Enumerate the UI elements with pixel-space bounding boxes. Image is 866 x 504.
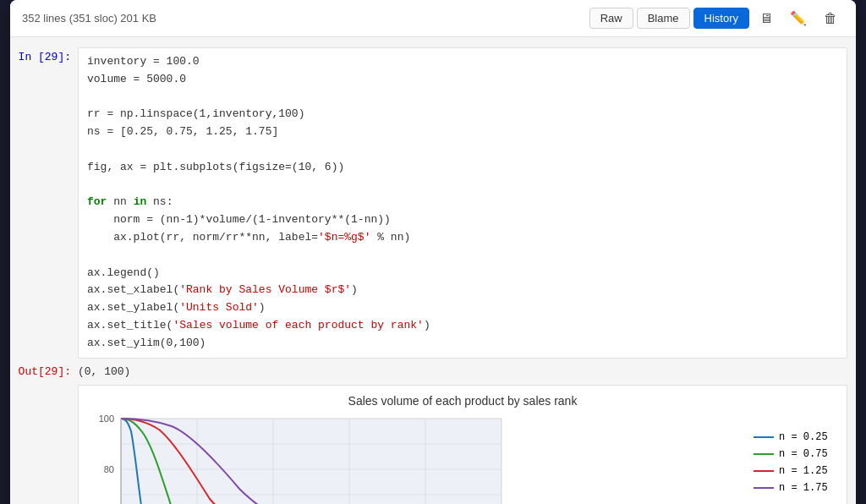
output-cell-29: Out[29]: (0, 100)	[10, 362, 856, 381]
svg-text:100: 100	[99, 414, 114, 424]
toolbar-buttons: Raw Blame History 🖥 ✏️ 🗑	[589, 7, 844, 30]
output-text: (0, 100)	[78, 362, 139, 381]
svg-text:80: 80	[104, 464, 114, 474]
legend-line-2	[754, 453, 774, 455]
legend-line-1	[754, 436, 774, 438]
blame-button[interactable]: Blame	[637, 8, 690, 29]
chart-legend: n = 0.25 n = 0.75 n = 1.25 n = 1.75	[754, 414, 838, 504]
chart-container: Sales volume of each product by sales ra…	[78, 385, 847, 504]
legend-label-4: n = 1.75	[779, 482, 828, 494]
legend-line-4	[754, 487, 774, 489]
chart-svg-area: 100 80	[87, 414, 745, 504]
legend-item-3: n = 1.25	[754, 465, 838, 477]
cell-out-label: Out[29]:	[10, 362, 78, 381]
history-button[interactable]: History	[693, 8, 749, 29]
chart-svg: 100 80	[87, 414, 527, 504]
legend-label-1: n = 0.25	[779, 431, 828, 443]
legend-label-2: n = 0.75	[779, 448, 828, 460]
legend-item-1: n = 0.25	[754, 431, 838, 443]
chart-title: Sales volume of each product by sales ra…	[87, 394, 838, 408]
cell-area: In [29]: inventory = 100.0 volume = 5000…	[10, 37, 856, 504]
legend-label-3: n = 1.25	[779, 465, 828, 477]
file-info: 352 lines (351 sloc) 201 KB	[22, 12, 156, 25]
monitor-icon[interactable]: 🖥	[753, 8, 780, 30]
chart-inner: 100 80	[87, 414, 838, 504]
edit-icon[interactable]: ✏️	[783, 7, 814, 30]
legend-item-2: n = 0.75	[754, 448, 838, 460]
delete-icon[interactable]: 🗑	[817, 8, 844, 30]
legend-item-4: n = 1.75	[754, 482, 838, 494]
svg-rect-0	[121, 419, 502, 504]
raw-button[interactable]: Raw	[589, 8, 633, 29]
toolbar: 352 lines (351 sloc) 201 KB Raw Blame Hi…	[10, 0, 856, 37]
notebook-container: 352 lines (351 sloc) 201 KB Raw Blame Hi…	[10, 0, 856, 504]
code-block: inventory = 100.0 volume = 5000.0 rr = n…	[87, 53, 838, 353]
legend-line-3	[754, 470, 774, 472]
code-content: inventory = 100.0 volume = 5000.0 rr = n…	[78, 47, 847, 359]
code-cell-29: In [29]: inventory = 100.0 volume = 5000…	[10, 46, 856, 360]
cell-in-label: In [29]:	[10, 47, 78, 359]
